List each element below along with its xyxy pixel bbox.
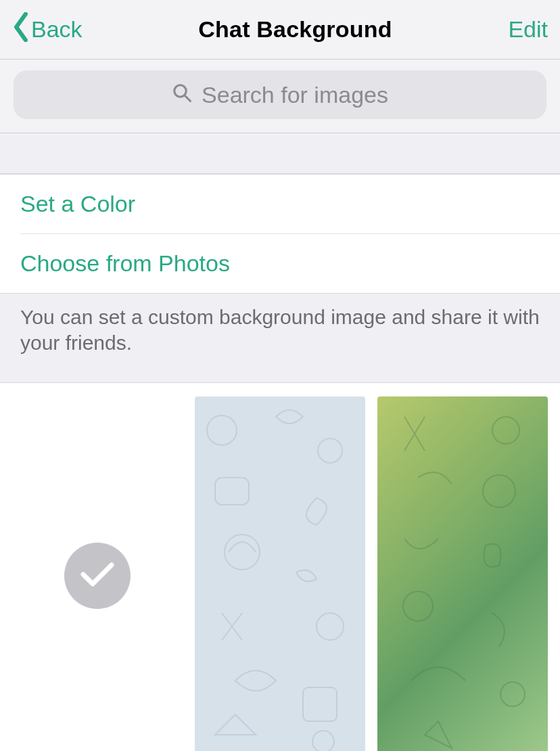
wallpaper-grid [0, 383, 560, 751]
search-icon [172, 82, 192, 108]
svg-point-5 [225, 534, 260, 570]
search-container: Search for images [0, 60, 560, 133]
svg-point-3 [318, 438, 342, 463]
wallpaper-thumb-none[interactable] [12, 396, 183, 751]
edit-button[interactable]: Edit [508, 16, 548, 43]
page-title: Chat Background [83, 16, 509, 43]
wallpaper-thumb-green[interactable] [377, 396, 548, 751]
svg-point-12 [500, 682, 525, 706]
pattern-icon [195, 396, 365, 751]
svg-rect-7 [303, 687, 337, 721]
selected-badge [64, 543, 131, 609]
search-input[interactable]: Search for images [14, 70, 546, 119]
checkmark-icon [80, 561, 114, 591]
svg-rect-4 [215, 478, 249, 505]
svg-point-11 [403, 591, 433, 621]
section-gap [0, 133, 560, 174]
search-placeholder: Search for images [202, 82, 388, 108]
nav-bar: Back Chat Background Edit [0, 0, 560, 60]
set-color-option[interactable]: Set a Color [0, 175, 560, 233]
svg-point-10 [483, 475, 515, 507]
svg-point-2 [207, 415, 237, 445]
pattern-icon [377, 396, 548, 751]
section-footer-note: You can set a custom background image an… [0, 294, 560, 383]
svg-point-8 [312, 731, 334, 751]
options-list: Set a Color Choose from Photos [0, 174, 560, 294]
svg-point-6 [317, 613, 344, 640]
back-label: Back [31, 16, 83, 43]
chevron-left-icon [12, 12, 30, 47]
choose-from-photos-option[interactable]: Choose from Photos [0, 234, 560, 293]
svg-line-1 [185, 95, 191, 101]
back-button[interactable]: Back [12, 12, 83, 47]
svg-point-9 [492, 417, 519, 444]
wallpaper-thumb-light-blue[interactable] [195, 396, 365, 751]
